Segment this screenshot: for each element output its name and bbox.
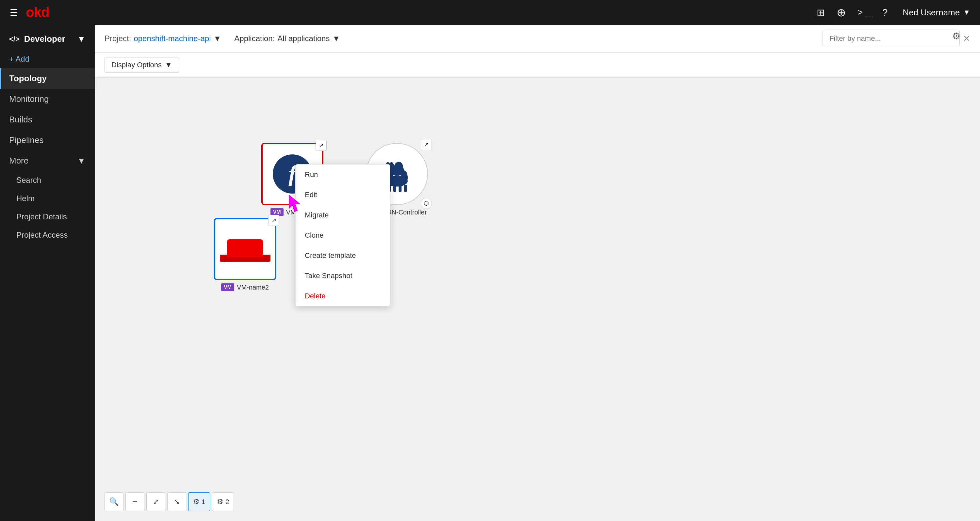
user-menu[interactable]: Ned Username ▼ (902, 8, 970, 17)
fit-to-screen-button[interactable]: ⤢ (146, 492, 165, 511)
add-button[interactable]: + Add (0, 50, 95, 68)
application-chevron-icon: ▼ (332, 34, 340, 43)
node-vm2-box[interactable]: ↗ (214, 218, 276, 280)
help-icon[interactable]: ? (882, 7, 888, 18)
zoom-out-button[interactable]: − (126, 492, 145, 511)
node-vm2[interactable]: ↗ VM VM-name2 (214, 218, 276, 291)
topology-settings-btn[interactable]: ⚙ (952, 31, 960, 41)
logo-kd: kd (34, 5, 49, 20)
display-options-chevron-icon: ▼ (165, 61, 172, 69)
display-options-button[interactable]: Display Options ▼ (105, 57, 179, 73)
sdn1-external-link-icon[interactable]: ↗ (421, 139, 432, 150)
layout2-icon: ⚙ (217, 497, 223, 506)
logo-text: okd (26, 5, 49, 20)
context-menu-take-snapshot[interactable]: Take Snapshot (296, 266, 390, 286)
topology-canvas[interactable]: ↗ f VM VM-name ↗ ↻ ⬡ (95, 78, 980, 521)
project-chevron-icon: ▼ (214, 34, 221, 43)
terminal-icon[interactable]: > _ (858, 7, 870, 17)
username-label: Ned Username (902, 8, 960, 17)
zoom-in-icon: 🔍 (109, 497, 119, 506)
zoom-in-button[interactable]: 🔍 (105, 492, 124, 511)
topology-label: Topology (9, 73, 47, 83)
more-section[interactable]: More ▼ (0, 151, 95, 171)
layout1-label: 1 (202, 498, 205, 506)
bottom-toolbar: 🔍 − ⤢ ⤡ ⚙ 1 ⚙ 2 (105, 492, 234, 511)
topology-settings-icon: ⚙ (952, 31, 960, 41)
monitoring-label: Monitoring (9, 94, 49, 104)
svg-rect-12 (404, 185, 407, 192)
sidebar-item-helm[interactable]: Helm (0, 189, 95, 208)
perspective-label: Developer (24, 34, 65, 44)
filter-input[interactable] (822, 31, 960, 46)
context-menu-delete[interactable]: Delete (296, 286, 390, 306)
perspective-switcher[interactable]: </> Developer ▼ (0, 28, 95, 50)
user-chevron-icon: ▼ (963, 8, 970, 17)
fit-icon: ⤢ (153, 497, 159, 506)
context-menu-run[interactable]: Run (296, 165, 390, 185)
project-selector[interactable]: Project: openshift-machine-api ▼ (105, 34, 221, 43)
sidebar-item-builds[interactable]: Builds (0, 110, 95, 130)
application-selector[interactable]: Application: All applications ▼ (234, 34, 340, 43)
context-menu: Run Edit Migrate Clone Create template T… (295, 164, 390, 307)
redhat-icon (220, 237, 270, 262)
pipelines-label: Pipelines (9, 135, 44, 145)
layout1-button[interactable]: ⚙ 1 (188, 492, 210, 511)
svg-rect-10 (393, 185, 396, 192)
zoom-out-icon: − (132, 497, 137, 507)
layout2-label: 2 (225, 498, 229, 506)
sidebar-item-pipelines[interactable]: Pipelines (0, 130, 95, 151)
project-topbar: Project: openshift-machine-api ▼ Applica… (95, 25, 980, 52)
context-menu-edit[interactable]: Edit (296, 185, 390, 205)
plus-icon[interactable]: ⊕ (837, 6, 846, 19)
expand-icon: ⤡ (174, 497, 180, 506)
filter-area: ⚙ ✕ (822, 31, 970, 46)
more-chevron-icon: ▼ (77, 156, 86, 166)
svg-point-8 (394, 162, 403, 172)
main-content: Project: openshift-machine-api ▼ Applica… (95, 25, 980, 521)
sidebar: </> Developer ▼ + Add Topology Monitorin… (0, 25, 95, 521)
sidebar-item-project-details[interactable]: Project Details (0, 208, 95, 226)
perspective-chevron-icon: ▼ (77, 34, 86, 44)
project-label: Project: (105, 34, 131, 43)
sidebar-item-search[interactable]: Search (0, 171, 95, 189)
sidebar-item-monitoring[interactable]: Monitoring (0, 89, 95, 110)
display-options-bar: Display Options ▼ (95, 52, 980, 78)
project-value: openshift-machine-api (134, 34, 211, 43)
expand-button[interactable]: ⤡ (167, 492, 186, 511)
context-menu-migrate[interactable]: Migrate (296, 205, 390, 225)
logo-o: o (26, 5, 34, 20)
node-vm2-label: VM VM-name2 (214, 283, 276, 291)
vm2-external-link-icon[interactable]: ↗ (268, 215, 279, 226)
sidebar-item-project-access[interactable]: Project Access (0, 226, 95, 244)
application-label: Application: (234, 34, 275, 43)
builds-label: Builds (9, 114, 32, 124)
context-menu-clone[interactable]: Clone (296, 225, 390, 246)
vm1-external-link-icon[interactable]: ↗ (315, 140, 327, 151)
code-icon: </> (9, 35, 20, 43)
hamburger-menu[interactable]: ☰ (10, 7, 18, 18)
sdn1-tag-icon[interactable]: ⬡ (421, 198, 432, 209)
layout1-icon: ⚙ (193, 497, 200, 506)
svg-rect-11 (399, 185, 402, 192)
context-menu-create-template[interactable]: Create template (296, 246, 390, 266)
vm2-badge: VM (221, 283, 234, 291)
logo: okd (26, 5, 49, 20)
layout2-button[interactable]: ⚙ 2 (212, 492, 234, 511)
top-navigation: ☰ okd ⊞ ⊕ > _ ? Ned Username ▼ (0, 0, 980, 25)
filter-close-icon[interactable]: ✕ (963, 33, 970, 44)
sidebar-item-topology[interactable]: Topology (0, 68, 95, 89)
application-value: All applications (277, 34, 329, 43)
grid-icon[interactable]: ⊞ (817, 7, 825, 18)
vm2-name: VM-name2 (237, 284, 269, 291)
nav-icons: ⊞ ⊕ > _ ? Ned Username ▼ (817, 6, 970, 19)
more-label: More (9, 156, 29, 166)
display-options-label: Display Options (111, 61, 162, 69)
